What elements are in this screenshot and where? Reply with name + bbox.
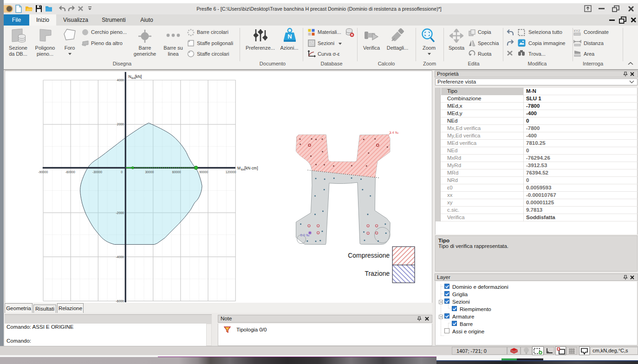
svg-text:30000: 30000 — [145, 170, 154, 174]
svg-text:2000: 2000 — [117, 123, 124, 126]
svg-text:[kN·cm]: [kN·cm] — [244, 166, 258, 170]
svg-text:60000: 60000 — [172, 170, 181, 174]
svg-text:0: 0 — [121, 170, 123, 174]
svg-text:Ed: Ed — [131, 77, 135, 79]
svg-text:-90000: -90000 — [38, 170, 48, 174]
svg-text:Trazione: Trazione — [365, 270, 390, 277]
svg-text:Ed: Ed — [241, 168, 244, 171]
svg-text:[kN]: [kN] — [135, 74, 142, 79]
svg-text:Compressione: Compressione — [348, 252, 390, 259]
svg-text:XYZ: XYZ — [573, 29, 580, 33]
svg-text:4000: 4000 — [117, 78, 124, 82]
svg-text:-2000: -2000 — [116, 211, 124, 214]
svg-text:3.4 ‰: 3.4 ‰ — [389, 130, 398, 135]
svg-text:-30000: -30000 — [92, 170, 102, 174]
svg-text:-60000: -60000 — [65, 170, 75, 174]
svg-text:0.0 ‰: 0.0 ‰ — [300, 233, 310, 237]
svg-text:N: N — [128, 74, 131, 79]
svg-text:-4000: -4000 — [116, 255, 124, 259]
svg-text:N: N — [287, 33, 292, 40]
svg-text:120000: 120000 — [226, 170, 236, 174]
svg-text:90000: 90000 — [199, 170, 208, 174]
svg-text:M: M — [237, 166, 241, 170]
